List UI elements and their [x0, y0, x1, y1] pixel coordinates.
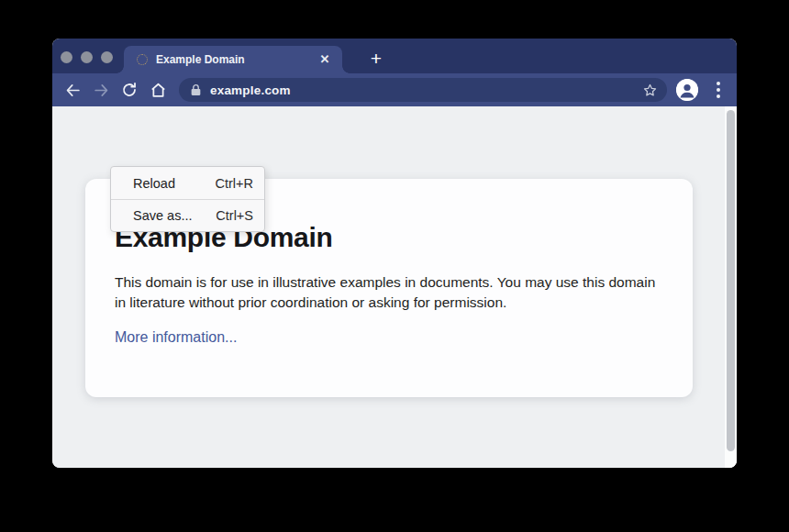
context-menu: Reload Ctrl+R Save as... Ctrl+S: [110, 166, 265, 232]
bookmark-star-icon[interactable]: [642, 83, 658, 98]
more-information-link[interactable]: More information...: [115, 329, 237, 346]
back-icon[interactable]: [60, 77, 85, 103]
context-menu-item-reload[interactable]: Reload Ctrl+R: [111, 167, 264, 199]
page-content: Example Domain This domain is for use in…: [52, 106, 737, 468]
titlebar: Example Domain ✕ +: [52, 39, 737, 73]
new-tab-button[interactable]: +: [362, 46, 390, 73]
reload-icon[interactable]: [117, 77, 142, 103]
url-text: example.com: [210, 83, 291, 97]
menu-item-label: Reload: [133, 176, 175, 191]
profile-avatar-icon[interactable]: [676, 79, 698, 101]
browser-window: Example Domain ✕ + example.com: [52, 39, 737, 468]
traffic-lights: [61, 51, 113, 63]
context-menu-item-save-as[interactable]: Save as... Ctrl+S: [111, 199, 264, 231]
menu-item-shortcut: Ctrl+S: [216, 208, 253, 223]
page-paragraph: This domain is for use in illustrative e…: [115, 272, 660, 313]
scrollbar-thumb[interactable]: [727, 110, 735, 451]
browser-menu-icon[interactable]: [709, 78, 728, 102]
tab-close-icon[interactable]: ✕: [317, 51, 333, 68]
scrollbar-track[interactable]: [725, 106, 737, 468]
window-minimize-button[interactable]: [81, 51, 93, 63]
window-maximize-button[interactable]: [101, 51, 113, 63]
lock-icon[interactable]: [190, 83, 202, 96]
browser-toolbar: example.com: [52, 73, 737, 106]
browser-tab[interactable]: Example Domain ✕: [124, 46, 342, 73]
forward-icon[interactable]: [88, 77, 114, 103]
tab-favicon-icon: [137, 54, 148, 65]
home-icon[interactable]: [145, 77, 171, 103]
window-close-button[interactable]: [61, 51, 72, 63]
tab-title: Example Domain: [156, 53, 317, 66]
menu-item-label: Save as...: [133, 208, 192, 223]
address-bar[interactable]: example.com: [179, 78, 667, 102]
menu-item-shortcut: Ctrl+R: [216, 176, 254, 191]
